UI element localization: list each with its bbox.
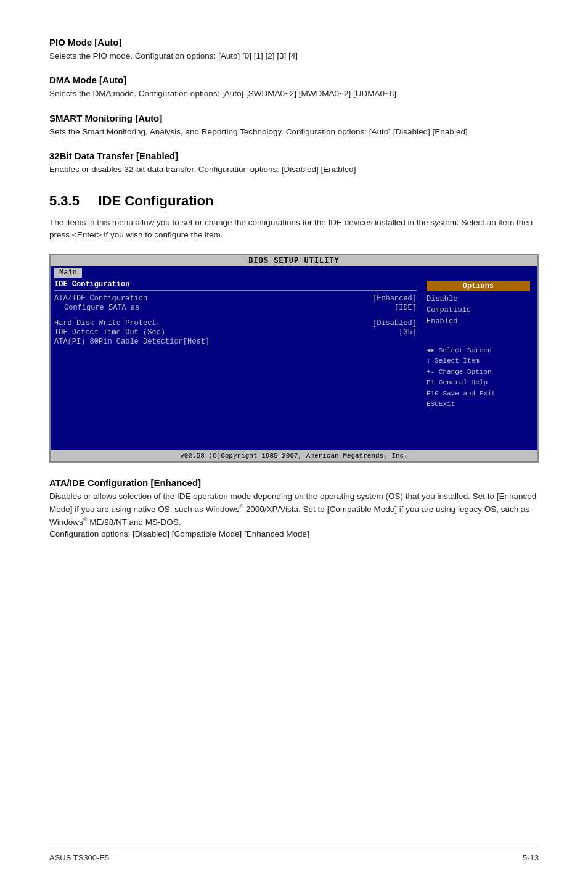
bios-sidebar: Options Disable Compatible Enabled ◄► Se… bbox=[423, 280, 534, 448]
bios-option-compatible[interactable]: Compatible bbox=[427, 305, 530, 316]
ata-ide-config-title: ATA/IDE Configuration [Enhanced] bbox=[49, 477, 539, 488]
pio-mode-section: PIO Mode [Auto] Selects the PIO mode. Co… bbox=[49, 37, 539, 62]
bios-option-enabled[interactable]: Enabled bbox=[427, 316, 530, 327]
section-number: 5.3.5 bbox=[49, 193, 80, 208]
bios-keybind-item: ↕ Select Item bbox=[427, 356, 530, 367]
bios-keybind-change: +- Change Option bbox=[427, 367, 530, 378]
bios-item-label-hard-disk: Hard Disk Write Protect bbox=[54, 319, 157, 328]
ide-config-main-title: 5.3.5 IDE Configuration bbox=[49, 193, 539, 209]
ide-config-intro: The items in this menu allow you to set … bbox=[49, 217, 539, 242]
pio-mode-body: Selects the PIO mode. Configuration opti… bbox=[49, 50, 539, 62]
bios-item-ata-pi[interactable]: ATA(PI) 80Pin Cable Detection[Host] bbox=[54, 337, 417, 346]
bios-tabs: Main bbox=[51, 266, 537, 278]
bios-keybind-save: F10 Save and Exit bbox=[427, 389, 530, 400]
smart-monitoring-section: SMART Monitoring [Auto] Sets the Smart M… bbox=[49, 113, 539, 138]
32bit-transfer-section: 32Bit Data Transfer [Enabled] Enables or… bbox=[49, 151, 539, 176]
ata-body-text-3: ME/98/NT and MS-DOS. bbox=[87, 517, 181, 526]
bios-item-configure-sata[interactable]: Configure SATA as [IDE] bbox=[54, 303, 417, 312]
bios-item-value-ata-ide: [Enhanced] bbox=[372, 294, 417, 303]
ide-config-main-section: 5.3.5 IDE Configuration The items in thi… bbox=[49, 193, 539, 242]
ata-config-options: Configuration options: [Disabled] [Compa… bbox=[49, 529, 309, 538]
bios-item-value-ide-detect: [35] bbox=[399, 328, 417, 337]
bios-item-value-hard-disk: [Disabled] bbox=[372, 319, 417, 328]
bios-item-hard-disk-write[interactable]: Hard Disk Write Protect [Disabled] bbox=[54, 319, 417, 328]
bios-content: IDE Configuration ATA/IDE Configuration … bbox=[51, 278, 537, 450]
bios-keybinds: ◄► Select Screen ↕ Select Item +- Change… bbox=[427, 345, 530, 411]
dma-mode-section: DMA Mode [Auto] Selects the DMA mode. Co… bbox=[49, 75, 539, 100]
bios-item-ide-detect[interactable]: IDE Detect Time Out (Sec) [35] bbox=[54, 328, 417, 337]
bios-option-disable[interactable]: Disable bbox=[427, 294, 530, 305]
bios-keybind-esc: ESCExit bbox=[427, 399, 530, 410]
dma-mode-body: Selects the DMA mode. Configuration opti… bbox=[49, 88, 539, 100]
bios-screen: BIOS SETUP UTILITY Main IDE Configuratio… bbox=[49, 254, 539, 463]
ata-ide-config-body: Disables or allows selection of the IDE … bbox=[49, 490, 539, 541]
bios-tab-main[interactable]: Main bbox=[54, 268, 82, 278]
bios-keybind-screen: ◄► Select Screen bbox=[427, 345, 530, 357]
pio-mode-title: PIO Mode [Auto] bbox=[49, 37, 539, 47]
page-footer: ASUS TS300-E5 5-13 bbox=[49, 848, 539, 862]
bios-item-ata-ide[interactable]: ATA/IDE Configuration [Enhanced] bbox=[54, 294, 417, 303]
32bit-transfer-title: 32Bit Data Transfer [Enabled] bbox=[49, 151, 539, 161]
smart-monitoring-body: Sets the Smart Monitoring, Analysis, and… bbox=[49, 126, 539, 138]
32bit-transfer-body: Enables or disables 32-bit data transfer… bbox=[49, 163, 539, 176]
bios-item-label-configure-sata: Configure SATA as bbox=[64, 303, 139, 312]
bios-keybind-help: F1 General Help bbox=[427, 377, 530, 389]
bios-item-label-ata-ide: ATA/IDE Configuration bbox=[54, 294, 147, 303]
bios-main-panel: IDE Configuration ATA/IDE Configuration … bbox=[54, 280, 423, 448]
bios-item-label-ata-pi: ATA(PI) 80Pin Cable Detection[Host] bbox=[54, 337, 210, 346]
bios-spacer-1 bbox=[54, 313, 417, 319]
smart-monitoring-title: SMART Monitoring [Auto] bbox=[49, 113, 539, 123]
ata-ide-config-section: ATA/IDE Configuration [Enhanced] Disable… bbox=[49, 477, 539, 541]
section-title-text: IDE Configuration bbox=[99, 193, 214, 208]
bios-footer: v02.58 (C)Copyright 1985-2007, American … bbox=[51, 450, 537, 461]
bios-item-value-configure-sata: [IDE] bbox=[394, 303, 417, 312]
bios-section-label: IDE Configuration bbox=[54, 280, 417, 291]
bios-item-label-ide-detect: IDE Detect Time Out (Sec) bbox=[54, 328, 165, 337]
footer-right: 5-13 bbox=[523, 853, 539, 862]
bios-sidebar-header: Options bbox=[427, 281, 530, 291]
footer-left: ASUS TS300-E5 bbox=[49, 853, 109, 862]
bios-title-bar: BIOS SETUP UTILITY bbox=[51, 255, 537, 266]
dma-mode-title: DMA Mode [Auto] bbox=[49, 75, 539, 85]
